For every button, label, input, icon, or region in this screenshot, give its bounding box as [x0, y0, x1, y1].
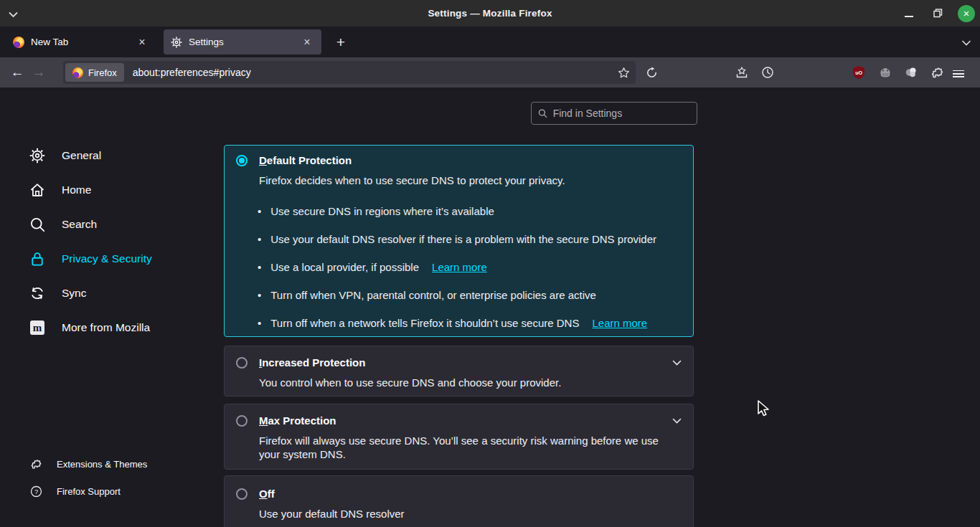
bullet-item: Use secure DNS in regions where it’s ava…	[258, 197, 682, 225]
tab-bar: New Tab × Settings × +	[0, 27, 980, 57]
learn-more-link[interactable]: Learn more	[432, 261, 487, 273]
identity-chip-label: Firefox	[88, 67, 117, 78]
option-description: Use your default DNS resolver	[259, 507, 682, 521]
radio-increased-protection[interactable]	[236, 357, 248, 369]
home-icon	[29, 181, 46, 199]
sidebar-item-label: Home	[62, 184, 91, 196]
extension-circles-icon[interactable]	[901, 62, 921, 82]
option-description: Firefox will always use secure DNS. You’…	[259, 434, 672, 461]
sidebar-item-general[interactable]: General	[29, 138, 208, 173]
mozilla-m-icon: m	[29, 319, 46, 336]
tab-label: Settings	[189, 37, 300, 47]
extensions-themes-link[interactable]: Extensions & Themes	[30, 450, 209, 478]
gear-icon	[171, 37, 182, 48]
import-bookmarks-icon[interactable]	[732, 62, 752, 82]
sidebar-item-more-from-mozilla[interactable]: m More from Mozilla	[29, 310, 208, 345]
sidebar-item-privacy-security[interactable]: Privacy & Security	[29, 242, 208, 276]
firefox-window: Settings — Mozilla Firefox × New Tab × S…	[0, 0, 980, 527]
option-title: Off	[259, 488, 275, 500]
firefox-logo-icon	[13, 37, 24, 48]
option-title: Increased Protection	[259, 356, 365, 369]
option-max-protection[interactable]: Max Protection Firefox will always use s…	[224, 404, 694, 470]
search-icon	[29, 216, 46, 233]
sidebar-item-home[interactable]: Home	[29, 173, 208, 207]
bullet-item: Turn off when a network tells Firefox it…	[258, 309, 682, 337]
ublock-origin-icon[interactable]: uO	[849, 62, 869, 82]
svg-text:uO: uO	[855, 70, 862, 75]
option-description: You control when to use secure DNS and c…	[259, 376, 682, 389]
mouse-cursor	[755, 399, 771, 418]
tab-label: New Tab	[31, 37, 135, 47]
sidebar-item-search[interactable]: Search	[29, 207, 208, 242]
sidebar-item-sync[interactable]: Sync	[29, 276, 208, 310]
tab-close-icon[interactable]: ×	[135, 35, 149, 49]
gear-icon	[29, 147, 46, 164]
find-in-settings-input[interactable]	[553, 108, 690, 119]
sync-icon	[29, 285, 46, 302]
identity-chip[interactable]: Firefox	[65, 63, 124, 82]
option-default-protection[interactable]: Default Protection Firefox decides when …	[224, 145, 694, 337]
firefox-support-link[interactable]: ? Firefox Support	[30, 478, 209, 505]
url-bar[interactable]: Firefox about:preferences#privacy	[63, 61, 636, 84]
learn-more-link[interactable]: Learn more	[592, 317, 647, 329]
restore-button[interactable]	[928, 4, 947, 23]
bullet-item: Use your default DNS resolver if there i…	[258, 225, 682, 253]
extension-frog-icon[interactable]	[875, 62, 895, 82]
close-icon: ×	[958, 5, 975, 22]
sidebar-item-label: More from Mozilla	[62, 321, 150, 334]
tab-close-icon[interactable]: ×	[300, 35, 314, 49]
radio-max-protection[interactable]	[236, 415, 248, 427]
search-icon	[538, 108, 547, 118]
footer-item-label: Extensions & Themes	[57, 459, 147, 470]
option-title: Default Protection	[259, 154, 352, 166]
extensions-puzzle-icon[interactable]	[927, 62, 947, 82]
puzzle-icon	[30, 458, 42, 470]
new-tab-button[interactable]: +	[331, 33, 350, 52]
help-question-icon: ?	[30, 485, 42, 498]
sidebar-item-label: Sync	[62, 287, 86, 300]
history-clock-icon[interactable]	[758, 62, 778, 82]
option-bullets: Use secure DNS in regions where it’s ava…	[258, 197, 682, 337]
back-button[interactable]: ←	[6, 62, 28, 83]
sidebar-footer: Extensions & Themes ? Firefox Support	[30, 450, 209, 505]
bullet-item: Use a local provider, if possibleLearn m…	[258, 253, 682, 281]
tab-new-tab[interactable]: New Tab ×	[6, 29, 156, 54]
find-in-settings[interactable]	[531, 102, 697, 125]
bookmark-star-icon[interactable]	[613, 62, 633, 82]
chevron-down-icon[interactable]	[672, 356, 682, 369]
settings-sidebar: General Home Search Privacy & Security S…	[29, 138, 208, 345]
radio-off[interactable]	[236, 488, 248, 500]
radio-default-protection[interactable]	[236, 155, 248, 166]
sidebar-item-label: Search	[62, 218, 97, 231]
sidebar-item-label: Privacy & Security	[62, 252, 152, 265]
minimize-button[interactable]	[900, 4, 918, 23]
navigation-toolbar: ← → Firefox about:preferences#privacy uO	[0, 57, 980, 87]
option-off[interactable]: Off Use your default DNS resolver	[224, 475, 694, 527]
option-title: Max Protection	[259, 414, 336, 427]
url-text: about:preferences#privacy	[133, 67, 613, 78]
window-title: Settings — Mozilla Firefox	[0, 8, 980, 19]
titlebar: Settings — Mozilla Firefox ×	[0, 0, 980, 27]
chevron-down-icon[interactable]	[672, 414, 682, 427]
footer-item-label: Firefox Support	[57, 486, 121, 497]
tab-settings[interactable]: Settings ×	[164, 29, 321, 54]
close-button[interactable]: ×	[957, 4, 976, 23]
option-description: Firefox decides when to use secure DNS t…	[259, 174, 682, 187]
menu-icon[interactable]	[953, 62, 973, 82]
restore-icon	[933, 9, 943, 18]
sidebar-item-label: General	[62, 149, 101, 162]
firefox-logo-icon	[72, 67, 83, 78]
bullet-item: Turn off when VPN, parental control, or …	[258, 281, 682, 309]
svg-text:?: ?	[34, 487, 38, 495]
forward-button[interactable]: →	[28, 62, 50, 83]
reload-icon[interactable]	[641, 62, 661, 82]
minimize-icon	[905, 16, 913, 17]
list-all-tabs-chevron-icon[interactable]	[961, 37, 971, 49]
option-increased-protection[interactable]: Increased Protection You control when to…	[224, 346, 694, 397]
lock-icon	[29, 250, 46, 267]
